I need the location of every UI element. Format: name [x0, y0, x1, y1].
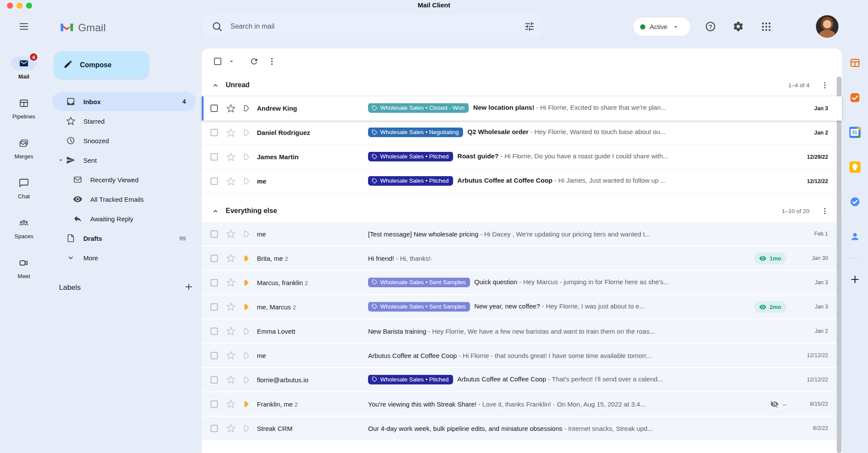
- pipeline-stage-badge[interactable]: Wholesale Sales • Pitched: [368, 152, 453, 161]
- row-checkbox[interactable]: [210, 129, 218, 136]
- mail-row[interactable]: florrie@arbutus.ioWholesale Sales • Pitc…: [202, 368, 842, 392]
- row-checkbox[interactable]: [210, 230, 218, 238]
- row-checkbox[interactable]: [210, 400, 218, 408]
- email-tracking-badge[interactable]: 2mo: [754, 301, 786, 313]
- mail-row[interactable]: me[Test message] New wholesale pricing -…: [202, 222, 842, 246]
- streak-pipeline-icon[interactable]: [242, 254, 251, 263]
- star-icon[interactable]: [226, 152, 236, 162]
- star-icon[interactable]: [226, 326, 236, 336]
- streak-pipelines-icon[interactable]: [849, 57, 861, 69]
- expand-caret-icon[interactable]: [57, 157, 66, 164]
- row-checkbox[interactable]: [210, 255, 218, 262]
- compose-button[interactable]: Compose: [54, 51, 149, 79]
- sidebar-item-inbox[interactable]: Inbox4: [52, 92, 196, 111]
- main-menu-icon[interactable]: [18, 21, 30, 32]
- search-bar[interactable]: [202, 14, 544, 39]
- select-options-caret-icon[interactable]: [226, 56, 237, 67]
- mail-row[interactable]: Marcus, franklin2Wholesale Sales • Sent …: [202, 271, 842, 295]
- help-icon[interactable]: ?: [705, 21, 716, 32]
- contacts-icon[interactable]: [849, 231, 861, 242]
- star-icon[interactable]: [226, 351, 236, 360]
- star-icon[interactable]: [226, 399, 236, 409]
- sidebar-item-recently-viewed[interactable]: Recently Viewed: [52, 170, 196, 189]
- streak-pipeline-icon[interactable]: [242, 400, 251, 409]
- pipeline-stage-badge[interactable]: Wholesale Sales • Closed - Won: [368, 103, 469, 113]
- row-checkbox[interactable]: [210, 105, 218, 112]
- star-icon[interactable]: [226, 253, 236, 263]
- pipeline-stage-badge[interactable]: Wholesale Sales • Pitched: [368, 375, 453, 384]
- keep-icon[interactable]: [849, 161, 861, 173]
- mail-row[interactable]: meArbutus Coffee at Coffee Coop - Hi Flo…: [202, 344, 842, 368]
- streak-pipeline-icon[interactable]: [242, 152, 251, 161]
- streak-pipeline-icon[interactable]: [242, 104, 251, 113]
- rail-item-pipelines[interactable]: Pipelines: [0, 96, 48, 121]
- streak-pipeline-icon[interactable]: [242, 424, 251, 433]
- star-icon[interactable]: [226, 229, 236, 239]
- mail-row[interactable]: James MartinWholesale Sales • PitchedRoa…: [202, 145, 842, 169]
- scrollbar[interactable]: [837, 76, 842, 453]
- pipeline-stage-badge[interactable]: Wholesale Sales • Negotiating: [368, 128, 463, 137]
- user-avatar[interactable]: [816, 15, 838, 38]
- search-input[interactable]: [230, 23, 524, 30]
- pipeline-stage-badge[interactable]: Wholesale Sales • Pitched: [368, 176, 453, 186]
- row-checkbox[interactable]: [210, 153, 218, 161]
- sidebar-item-starred[interactable]: Starred: [52, 112, 196, 131]
- row-checkbox[interactable]: [210, 303, 218, 311]
- collapse-section-icon[interactable]: [211, 207, 220, 215]
- star-icon[interactable]: [226, 278, 236, 287]
- streak-pipeline-icon[interactable]: [242, 177, 251, 186]
- streak-pipeline-icon[interactable]: [242, 128, 251, 137]
- rail-item-merges[interactable]: Merges: [0, 136, 48, 161]
- row-checkbox[interactable]: [210, 425, 218, 432]
- streak-pipeline-icon[interactable]: [242, 302, 251, 312]
- pipeline-stage-badge[interactable]: Wholesale Sales • Sent Samples: [368, 278, 470, 287]
- sidebar-item-drafts[interactable]: Drafts99: [52, 229, 196, 248]
- refresh-icon[interactable]: [247, 54, 261, 69]
- google-apps-grid-icon[interactable]: [760, 21, 772, 32]
- mail-row[interactable]: Daniel RodriguezWholesale Sales • Negoti…: [202, 121, 842, 145]
- create-label-icon[interactable]: [184, 282, 194, 293]
- status-dropdown[interactable]: Active: [633, 17, 691, 36]
- streak-pipeline-icon[interactable]: [242, 327, 251, 336]
- rail-item-mail[interactable]: 4Mail: [0, 56, 48, 81]
- star-icon[interactable]: [226, 104, 236, 113]
- row-checkbox[interactable]: [210, 352, 218, 359]
- star-icon[interactable]: [226, 375, 236, 384]
- search-options-icon[interactable]: [524, 21, 535, 32]
- mail-row[interactable]: me, Marcus2Wholesale Sales • Sent Sample…: [202, 295, 842, 319]
- section-menu-icon[interactable]: [821, 207, 829, 215]
- sidebar-item-all-tracked-emails[interactable]: All Tracked Emails: [52, 190, 196, 209]
- get-add-ons-icon[interactable]: [849, 274, 861, 285]
- mail-row[interactable]: Brita, me2Hi friend! - Hi, thanks!·1moJa…: [202, 246, 842, 271]
- streak-pipeline-icon[interactable]: [242, 278, 251, 287]
- mail-row[interactable]: Emma LovettNew Barista training - Hey Fl…: [202, 319, 842, 344]
- settings-gear-icon[interactable]: [733, 21, 744, 32]
- row-checkbox[interactable]: [210, 279, 218, 286]
- select-all-checkbox[interactable]: [214, 58, 221, 65]
- tasks-icon[interactable]: [849, 196, 861, 207]
- rail-item-spaces[interactable]: Spaces: [0, 216, 48, 240]
- streak-pipeline-icon[interactable]: [242, 375, 251, 384]
- mail-row[interactable]: Streak CRMOur 4-day work week, bulk pipe…: [202, 417, 842, 441]
- more-options-icon[interactable]: [265, 54, 279, 69]
- sidebar-item-more[interactable]: More: [52, 248, 196, 267]
- mail-row[interactable]: Andrew KingWholesale Sales • Closed - Wo…: [202, 96, 842, 121]
- streak-pipeline-icon[interactable]: [242, 351, 251, 360]
- mail-row[interactable]: Franklin, me2You're viewing this with St…: [202, 392, 842, 417]
- star-icon[interactable]: [226, 302, 236, 312]
- sidebar-item-awaiting-reply[interactable]: Awaiting Reply: [52, 209, 196, 228]
- email-tracking-badge[interactable]: 1mo: [754, 253, 786, 264]
- row-checkbox[interactable]: [210, 376, 218, 384]
- sidebar-item-sent[interactable]: Sent: [52, 151, 196, 170]
- row-checkbox[interactable]: [210, 328, 218, 335]
- row-checkbox[interactable]: [210, 177, 218, 185]
- rail-item-chat[interactable]: Chat: [0, 176, 48, 200]
- mail-row[interactable]: meWholesale Sales • PitchedArbutus Coffe…: [202, 169, 842, 194]
- sidebar-item-snoozed[interactable]: Snoozed: [52, 131, 196, 150]
- star-icon[interactable]: [226, 423, 236, 433]
- rail-item-meet[interactable]: Meet: [0, 256, 48, 280]
- collapse-section-icon[interactable]: [211, 81, 220, 89]
- streak-pipeline-icon[interactable]: [242, 230, 251, 239]
- pipeline-stage-badge[interactable]: Wholesale Sales • Sent Samples: [368, 302, 470, 312]
- star-icon[interactable]: [226, 177, 236, 186]
